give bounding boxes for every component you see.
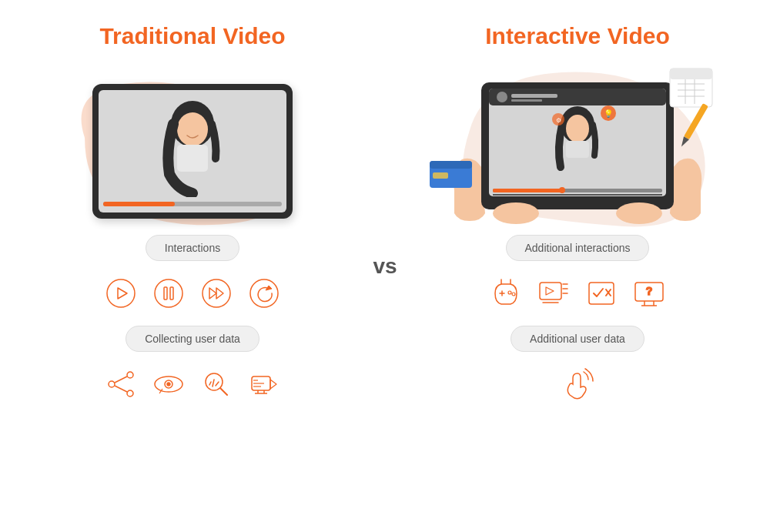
play-icon-item <box>104 276 138 310</box>
traditional-screen <box>99 90 286 212</box>
svg-rect-8 <box>177 145 208 172</box>
eye-icon-item <box>152 367 186 401</box>
svg-marker-10 <box>118 288 127 299</box>
svg-point-74 <box>508 291 511 294</box>
svg-line-30 <box>209 382 211 385</box>
svg-point-7 <box>177 112 208 146</box>
additional-user-data-pill: Additional user data <box>511 326 644 352</box>
share-icon-item <box>104 367 138 401</box>
gamepad-icon-item <box>489 276 523 310</box>
fast-forward-icon-item <box>199 276 233 310</box>
data-icons-row <box>104 364 281 404</box>
video-settings-icon-item <box>247 367 281 401</box>
video-progress-fill <box>103 202 175 206</box>
traditional-bottom: Interactions <box>0 230 385 410</box>
svg-rect-82 <box>589 283 614 304</box>
svg-text:?: ? <box>646 285 653 297</box>
svg-point-75 <box>512 293 515 296</box>
svg-marker-16 <box>216 288 223 299</box>
collecting-pill: Collecting user data <box>126 326 259 352</box>
svg-line-22 <box>115 376 127 383</box>
traditional-illustration <box>46 61 339 230</box>
interactions-pill: Interactions <box>146 235 239 261</box>
interactive-video-section: Interactive Video <box>385 0 770 532</box>
pause-icon-item <box>152 276 186 310</box>
svg-point-9 <box>107 279 135 307</box>
svg-marker-77 <box>546 287 554 295</box>
interactive-bottom: Additional interactions <box>385 230 770 410</box>
svg-line-32 <box>216 382 219 386</box>
interactive-title: Interactive Video <box>485 23 670 49</box>
svg-rect-12 <box>164 287 167 299</box>
traditional-title: Traditional Video <box>99 23 285 49</box>
additional-interactions-pill: Additional interactions <box>506 235 650 261</box>
traditional-tablet <box>92 84 293 219</box>
touch-icon-item <box>561 367 594 401</box>
video-list-icon-item <box>537 276 571 310</box>
vs-divider: vs <box>362 248 407 285</box>
svg-line-23 <box>115 386 127 392</box>
svg-marker-40 <box>270 380 276 389</box>
interaction-icons-row <box>104 273 281 313</box>
replay-icon-item <box>247 276 281 310</box>
svg-point-26 <box>167 383 170 386</box>
svg-point-17 <box>250 279 278 307</box>
svg-point-11 <box>155 279 182 307</box>
traditional-video-section: Traditional Video <box>0 0 385 532</box>
interactive-illustration: 💡 ⚙ <box>424 61 732 230</box>
svg-rect-48 <box>684 103 708 139</box>
svg-point-21 <box>127 390 133 396</box>
main-container: vs Traditional Video <box>0 0 770 532</box>
monitor-question-icon-item: ? <box>632 276 666 310</box>
vs-label: vs <box>362 248 407 285</box>
svg-rect-13 <box>170 287 173 299</box>
additional-interaction-icons-row: ? <box>489 273 666 313</box>
svg-line-29 <box>220 388 227 395</box>
quiz-icon-item <box>584 276 618 310</box>
svg-rect-51 <box>430 161 472 169</box>
svg-rect-52 <box>433 172 448 179</box>
svg-point-20 <box>127 372 133 378</box>
svg-point-19 <box>109 381 115 387</box>
svg-line-31 <box>213 380 214 386</box>
svg-rect-76 <box>540 283 561 299</box>
video-progress <box>103 202 282 206</box>
touch-icons-row <box>561 364 594 404</box>
search-analytics-icon-item <box>199 367 233 401</box>
svg-marker-15 <box>209 288 216 299</box>
svg-rect-42 <box>670 69 712 79</box>
